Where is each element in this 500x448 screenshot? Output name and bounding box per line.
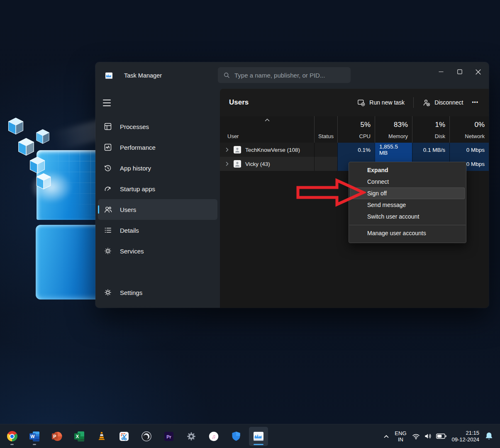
chrome-icon [7, 431, 17, 441]
sidebar-item-label: Processes [120, 123, 149, 130]
menu-item-switch-user-account[interactable]: Switch user account [350, 211, 465, 222]
sidebar-item-label: Services [120, 248, 144, 255]
user-cell: Vicky (43) [220, 157, 314, 171]
sidebar-item-details[interactable]: Details [98, 220, 217, 241]
menu-item-manage-user-accounts[interactable]: Manage user accounts [350, 227, 465, 239]
column-header-memory[interactable]: 83% Memory [375, 116, 412, 143]
sidebar-item-performance[interactable]: Performance [98, 137, 217, 158]
powerpoint-icon: P [51, 431, 62, 442]
taskbar-settings-button[interactable] [182, 427, 201, 446]
window-controls [432, 63, 488, 81]
sidebar-item-settings[interactable]: Settings [98, 282, 217, 303]
taskbar-obs-button[interactable] [137, 427, 156, 446]
taskbar-premiere-button[interactable]: Pr [159, 427, 178, 446]
user-avatar-icon [234, 146, 241, 153]
sidebar-item-processes[interactable]: Processes [98, 116, 217, 137]
table-header-row: User Status 5% CPU 83% Memory [220, 116, 489, 143]
taskbar-itunes-button[interactable]: ♫ [204, 427, 223, 446]
tray-chevron-up-button[interactable] [383, 434, 389, 438]
tray-date: 09-12-2024 [452, 436, 480, 443]
sidebar-item-app-history[interactable]: App history [98, 158, 217, 178]
column-header-status[interactable]: Status [314, 116, 337, 143]
column-header-network[interactable]: 0% Network [449, 116, 489, 143]
sidebar-item-users[interactable]: Users [98, 199, 217, 220]
obs-icon [141, 431, 152, 442]
cpu-cell: 0.1% [337, 143, 375, 157]
menu-item-send-message[interactable]: Send message [350, 199, 465, 211]
disconnect-icon [422, 99, 430, 107]
wifi-icon [412, 433, 420, 440]
maximize-button[interactable] [450, 63, 469, 81]
taskbar-vlc-button[interactable] [92, 427, 111, 446]
sidebar-item-label: Users [120, 206, 136, 213]
search-input[interactable] [234, 72, 345, 79]
sidebar-nav: Processes Performance App history Startu… [98, 116, 217, 261]
taskbar-chrome-button[interactable] [2, 427, 22, 446]
user-name: Vicky (43) [245, 161, 270, 167]
disconnect-button[interactable]: Disconnect [417, 95, 468, 110]
wallpaper-cube-icon [35, 129, 51, 145]
taskbar-windows-security-button[interactable] [227, 427, 246, 446]
shield-icon [231, 431, 241, 442]
sidebar-item-label: Settings [120, 289, 142, 296]
running-indicator [10, 444, 14, 445]
svg-text:Pr: Pr [166, 434, 171, 439]
chevron-right-icon[interactable] [225, 148, 229, 152]
user-avatar-icon [234, 160, 241, 168]
minimize-icon [439, 69, 444, 74]
taskbar-excel-button[interactable]: X [70, 427, 89, 446]
memory-total-percent: 83% [394, 121, 408, 129]
more-options-button[interactable]: ••• [468, 96, 483, 109]
title-bar[interactable]: Task Manager [95, 62, 489, 89]
user-name: TechKnowVerse (108) [245, 147, 300, 153]
tray-time: 21:15 [466, 430, 479, 436]
column-header-disk[interactable]: 1% Disk [412, 116, 449, 143]
close-button[interactable] [469, 63, 488, 81]
chevron-right-icon[interactable] [225, 162, 229, 166]
settings-gear-icon [104, 288, 112, 297]
running-indicator [33, 444, 36, 445]
sidebar-item-label: Performance [120, 144, 156, 151]
language-indicator[interactable]: ENG IN [395, 430, 406, 443]
menu-item-expand[interactable]: Expand [350, 164, 465, 176]
chevron-up-icon [383, 434, 389, 438]
memory-cell: 1,855.5 MB [375, 143, 412, 157]
active-indicator [254, 444, 263, 445]
menu-item-sign-off[interactable]: Sign off [350, 187, 465, 199]
red-arrow-annotation [295, 178, 366, 207]
column-header-cpu[interactable]: 5% CPU [337, 116, 375, 143]
taskbar-task-manager-button[interactable] [249, 427, 268, 446]
vlc-icon [96, 431, 107, 442]
taskbar-powerpoint-button[interactable]: P [47, 427, 66, 446]
notification-bell-button[interactable] [485, 432, 493, 441]
system-tray: ENG IN 21:15 09-12-2024 [383, 430, 493, 443]
taskbar-word-button[interactable]: W [25, 427, 44, 446]
sidebar-item-startup-apps[interactable]: Startup apps [98, 178, 217, 199]
table-row-techknowverse[interactable]: TechKnowVerse (108) 0.1% 1,855.5 MB 0.1 … [220, 143, 489, 157]
page-header: Users Run new task Disconnect ••• [220, 89, 489, 116]
column-header-user[interactable]: User [220, 116, 314, 143]
svg-text:♫: ♫ [212, 433, 216, 440]
menu-item-connect[interactable]: Connect [350, 176, 465, 187]
clock[interactable]: 21:15 09-12-2024 [452, 430, 480, 443]
taskbar-snipping-tool-button[interactable] [115, 427, 134, 446]
maximize-icon [457, 69, 462, 74]
bell-icon [485, 432, 493, 441]
run-new-task-button[interactable]: Run new task [352, 95, 410, 110]
disk-cell: 0.1 MB/s [412, 143, 449, 157]
svg-text:P: P [53, 434, 56, 439]
sidebar-item-services[interactable]: Services [98, 241, 217, 261]
sidebar-item-label: App history [120, 165, 151, 172]
search-box [218, 67, 351, 83]
wallpaper-cube-icon [7, 117, 25, 136]
minimize-button[interactable] [432, 63, 450, 81]
tray-status-icons[interactable] [412, 433, 446, 440]
task-manager-icon [253, 431, 264, 441]
navigation-menu-button[interactable] [103, 95, 121, 110]
performance-icon [104, 143, 112, 151]
users-icon [104, 205, 112, 214]
status-cell [314, 157, 337, 171]
desktop: Task Manager Processes [0, 0, 500, 448]
wallpaper-cube-icon [35, 173, 52, 191]
sidebar: Processes Performance App history Startu… [95, 89, 220, 308]
